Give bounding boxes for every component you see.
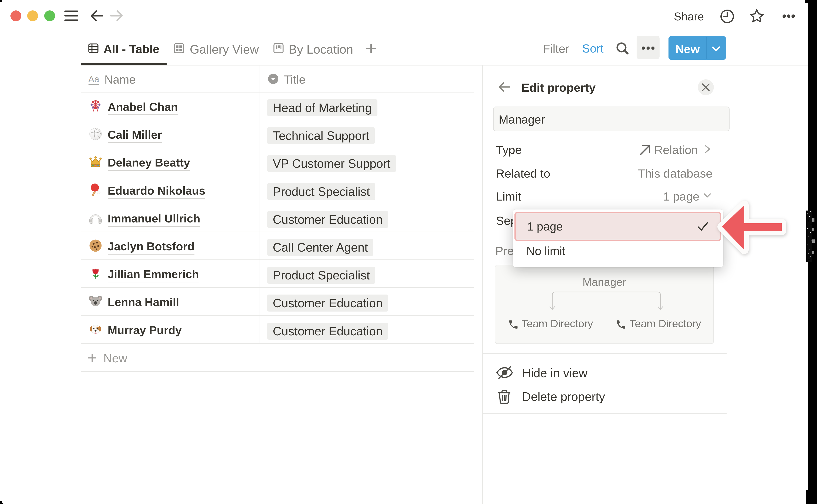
svg-text:Aa: Aa (88, 74, 99, 84)
